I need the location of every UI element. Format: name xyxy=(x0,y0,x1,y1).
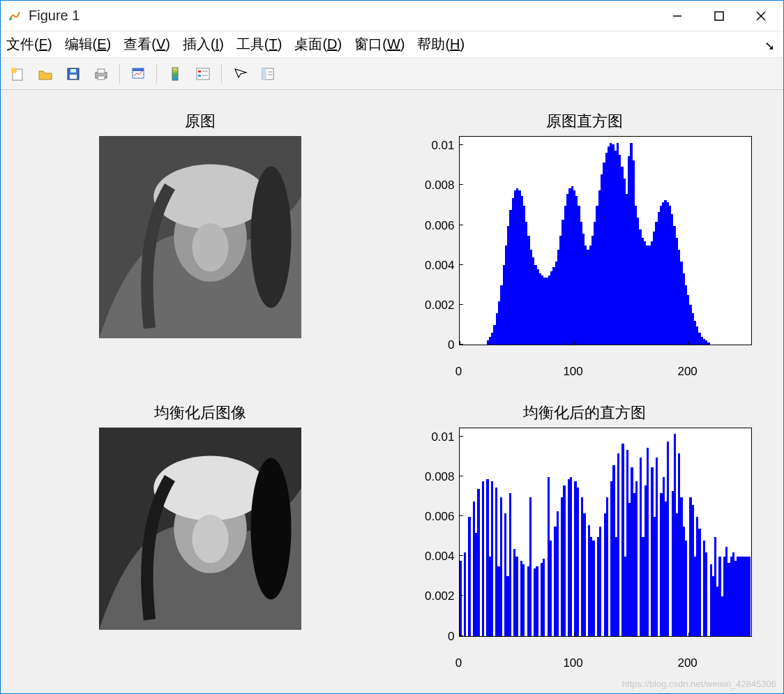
svg-rect-15 xyxy=(133,68,144,71)
svg-point-30 xyxy=(250,167,291,308)
histogram-bar xyxy=(563,485,565,636)
histogram-bar xyxy=(592,541,594,635)
y-tick-label: 0.008 xyxy=(425,470,455,484)
svg-rect-19 xyxy=(198,75,201,77)
subplot-title: 原图直方图 xyxy=(546,111,623,132)
histogram-bar xyxy=(647,448,649,636)
y-tick-label: 0.006 xyxy=(425,219,455,233)
subplot-original-histogram: 原图直方图 00.0020.0040.0060.0080.01 0100200 xyxy=(399,111,769,382)
histogram-bar xyxy=(557,511,559,636)
y-tick-label: 0.008 xyxy=(425,179,455,193)
minimize-button[interactable] xyxy=(656,1,698,31)
histogram-bar xyxy=(477,489,479,635)
svg-point-34 xyxy=(192,514,228,563)
histogram-bar xyxy=(482,481,484,635)
svg-rect-10 xyxy=(70,69,76,73)
close-button[interactable] xyxy=(740,1,782,31)
histogram-bar xyxy=(500,497,502,636)
svg-rect-13 xyxy=(98,76,105,80)
figure-window: Figure 1 文件(F) 编辑(E) 查看(V) 插入(I) 工具(T) 桌… xyxy=(0,0,784,694)
subplot-equalized-image: 均衡化后图像 xyxy=(15,402,385,673)
menu-insert[interactable]: 插入(I) xyxy=(183,35,224,54)
histogram-bar xyxy=(550,541,552,635)
histogram-bar xyxy=(570,477,572,635)
subplot-title: 原图 xyxy=(185,111,216,132)
maximize-button[interactable] xyxy=(698,1,740,31)
x-tick-label: 0 xyxy=(455,656,462,670)
y-tick-label: 0 xyxy=(448,630,454,644)
y-tick-label: 0.01 xyxy=(431,139,454,153)
svg-point-1 xyxy=(9,17,12,20)
histogram-bar xyxy=(656,458,658,635)
histogram-bar xyxy=(583,513,585,636)
subplot-equalized-histogram: 均衡化后的直方图 00.0020.0040.0060.0080.01 01002… xyxy=(399,402,769,673)
svg-rect-12 xyxy=(98,69,105,73)
svg-point-7 xyxy=(11,68,17,73)
subplot-original-image: 原图 xyxy=(15,111,385,382)
histogram-bar xyxy=(707,342,709,345)
window-buttons xyxy=(656,1,782,31)
histogram-bar xyxy=(748,557,751,636)
print-button[interactable] xyxy=(89,62,114,86)
histogram-bar xyxy=(543,559,545,636)
histogram-axes[interactable] xyxy=(459,136,752,345)
histogram-bar xyxy=(464,552,466,635)
histogram-bar xyxy=(468,517,470,635)
menu-file[interactable]: 文件(F) xyxy=(6,35,52,54)
menu-desktop[interactable]: 桌面(D) xyxy=(294,35,342,54)
image-display xyxy=(99,428,301,630)
toolbar-separator xyxy=(119,64,120,84)
histogram-bar xyxy=(529,497,532,636)
svg-rect-17 xyxy=(197,68,209,80)
matlab-icon xyxy=(8,9,22,23)
histogram-bar xyxy=(685,541,687,635)
svg-rect-18 xyxy=(198,70,201,73)
menu-tools[interactable]: 工具(T) xyxy=(236,35,282,54)
y-tick-label: 0.01 xyxy=(431,430,454,444)
edit-plot-button[interactable] xyxy=(227,62,252,86)
histogram-bar xyxy=(515,557,518,636)
dock-arrow-icon[interactable]: ➘ xyxy=(764,38,775,54)
y-tick-label: 0.002 xyxy=(425,299,455,312)
subplot-title: 均衡化后图像 xyxy=(154,402,246,423)
svg-rect-23 xyxy=(262,68,266,80)
toolbar-separator xyxy=(221,64,222,84)
menu-edit[interactable]: 编辑(E) xyxy=(65,35,112,54)
y-tick-label: 0.004 xyxy=(425,259,455,273)
save-button[interactable] xyxy=(61,62,86,86)
open-button[interactable] xyxy=(33,62,58,86)
histogram-bar xyxy=(667,442,669,635)
watermark-text: https://blog.csdn.net/weixin_42845306 xyxy=(622,679,776,689)
titlebar: Figure 1 xyxy=(1,1,783,31)
histogram-bar xyxy=(705,552,707,635)
x-tick-label: 200 xyxy=(677,365,697,379)
histogram-axes[interactable] xyxy=(459,428,752,637)
svg-rect-16 xyxy=(172,68,178,80)
subplot-title: 均衡化后的直方图 xyxy=(523,402,646,423)
svg-rect-9 xyxy=(70,75,77,79)
histogram-bar xyxy=(536,566,538,635)
menu-window[interactable]: 窗口(W) xyxy=(354,35,405,54)
x-tick-label: 200 xyxy=(677,656,697,670)
menu-help[interactable]: 帮助(H) xyxy=(417,35,465,54)
window-title: Figure 1 xyxy=(29,8,656,24)
y-tick-label: 0.006 xyxy=(425,510,455,524)
link-plot-button[interactable] xyxy=(126,62,151,86)
image-display xyxy=(99,136,301,338)
histogram-bar xyxy=(522,564,525,635)
menubar: 文件(F) 编辑(E) 查看(V) 插入(I) 工具(T) 桌面(D) 窗口(W… xyxy=(1,31,783,58)
new-figure-button[interactable] xyxy=(5,62,30,86)
svg-point-35 xyxy=(250,458,291,599)
property-inspector-button[interactable] xyxy=(255,62,280,86)
histogram-bar xyxy=(606,497,608,636)
menu-view[interactable]: 查看(V) xyxy=(123,35,170,54)
toolbar xyxy=(1,58,783,90)
x-tick-label: 0 xyxy=(455,365,462,379)
histogram-bar xyxy=(509,493,511,635)
histogram-bar xyxy=(617,453,619,635)
insert-colorbar-button[interactable] xyxy=(163,62,188,86)
histogram-bar xyxy=(577,488,579,636)
y-tick-label: 0 xyxy=(448,338,454,352)
insert-legend-button[interactable] xyxy=(190,62,216,86)
histogram-bar xyxy=(491,481,493,635)
